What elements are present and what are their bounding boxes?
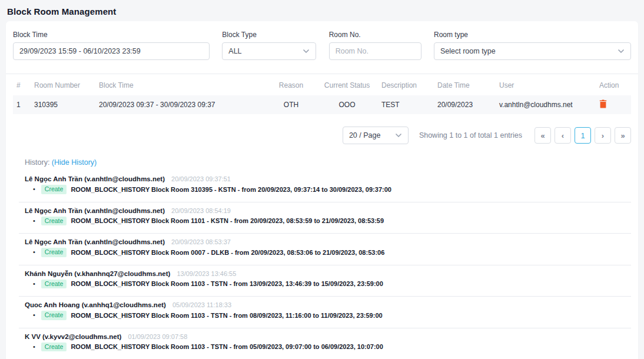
column-header-index: # xyxy=(13,74,31,95)
history-user-name: Lê Ngọc Anh Trần (v.anhtln@cloudhms.net) xyxy=(25,175,165,182)
page-title: Block Room Management xyxy=(0,0,644,21)
cell-room-number: 310395 xyxy=(31,95,95,114)
history-user-name: Lê Ngọc Anh Trần (v.anhtln@cloudhms.net) xyxy=(25,207,165,214)
page-size-value: 20 / Page xyxy=(349,131,381,139)
column-header-reason: Reason xyxy=(266,74,316,95)
create-badge: Create xyxy=(41,311,67,320)
previous-page-button[interactable]: ‹ xyxy=(555,127,571,144)
block-room-table: # Room Number Block Time Reason Current … xyxy=(13,74,631,114)
bullet-icon: • xyxy=(33,344,35,350)
history-timestamp: 20/09/2023 08:53:37 xyxy=(171,238,231,245)
history-user-name: Khánh Nguyễn (v.khanhnq27@cloudhms.net) xyxy=(25,270,170,277)
bullet-icon: • xyxy=(33,249,35,255)
bullet-icon: • xyxy=(33,186,35,192)
history-label: History: xyxy=(25,158,49,167)
block-type-label: Block Type xyxy=(222,31,316,39)
column-header-user: User xyxy=(496,74,596,95)
history-user-name: Quoc Anh Hoang (v.anhhq1@cloudhms.net) xyxy=(25,301,166,308)
history-entry: Lê Ngọc Anh Trần (v.anhtln@cloudhms.net)… xyxy=(19,202,631,234)
create-badge: Create xyxy=(41,280,67,289)
cell-block-time: 20/09/2023 09:37 - 30/09/2023 09:37 xyxy=(95,95,266,114)
pagination-summary: Showing 1 to 1 of total 1 entries xyxy=(419,131,522,139)
chevron-down-icon xyxy=(618,48,625,55)
history-timestamp: 20/09/2023 08:54:19 xyxy=(171,207,231,214)
history-timestamp: 01/09/2023 09:07:58 xyxy=(128,333,187,340)
column-header-date-time: Date Time xyxy=(434,74,496,95)
hide-history-link[interactable]: (Hide History) xyxy=(52,158,97,167)
trash-icon xyxy=(599,99,607,108)
history-message: ROOM_BLOCK_HISTORY Block Room 1103 - TST… xyxy=(71,343,383,350)
history-header: History: (Hide History) xyxy=(19,158,631,167)
room-type-select[interactable]: Select room type xyxy=(434,42,631,60)
history-message: ROOM_BLOCK_HISTORY Block Room 1101 - KST… xyxy=(71,217,384,224)
history-entry: Khánh Nguyễn (v.khanhnq27@cloudhms.net) … xyxy=(19,265,631,297)
bullet-icon: • xyxy=(33,218,35,224)
history-timestamp: 05/09/2023 11:18:33 xyxy=(172,301,231,308)
bullet-icon: • xyxy=(33,281,35,287)
room-type-value: Select room type xyxy=(440,47,496,55)
table-header-row: # Room Number Block Time Reason Current … xyxy=(13,74,631,95)
column-header-current-status: Current Status xyxy=(316,74,378,95)
cell-date-time: 20/09/2023 xyxy=(434,95,496,114)
create-badge: Create xyxy=(41,217,67,226)
block-type-value: ALL xyxy=(228,47,241,55)
room-no-input[interactable] xyxy=(329,42,421,60)
create-badge: Create xyxy=(41,248,67,257)
pagination-bar: 20 / Page Showing 1 to 1 of total 1 entr… xyxy=(13,127,631,144)
history-timestamp: 13/09/2023 13:46:55 xyxy=(177,270,236,277)
column-header-action: Action xyxy=(596,74,631,95)
create-badge: Create xyxy=(41,185,67,194)
cell-user: v.anhtln@cloudhms.net xyxy=(496,95,596,114)
column-header-block-time: Block Time xyxy=(95,74,266,95)
history-entry: Lê Ngọc Anh Trần (v.anhtln@cloudhms.net)… xyxy=(19,171,631,202)
bullet-icon: • xyxy=(33,312,35,318)
delete-row-button[interactable] xyxy=(599,99,607,108)
history-entry: Quoc Anh Hoang (v.anhhq1@cloudhms.net) 0… xyxy=(19,297,631,328)
room-type-label: Room type xyxy=(434,31,631,39)
history-entry: Lê Ngọc Anh Trần (v.anhtln@cloudhms.net)… xyxy=(19,234,631,265)
page-number-button[interactable]: 1 xyxy=(575,127,591,144)
content-card: Block Time Block Type ALL Room No. Room … xyxy=(6,21,638,359)
next-page-button[interactable]: › xyxy=(595,127,611,144)
history-entry: K VV (v.kyvv2@cloudhms.net) 01/09/2023 0… xyxy=(19,328,631,359)
block-room-table-section: # Room Number Block Time Reason Current … xyxy=(6,74,638,114)
history-section: History: (Hide History) Lê Ngọc Anh Trần… xyxy=(19,158,631,359)
block-time-label: Block Time xyxy=(13,31,210,39)
history-user-name: K VV (v.kyvv2@cloudhms.net) xyxy=(25,333,121,340)
chevron-down-icon xyxy=(303,48,310,55)
first-page-button[interactable]: « xyxy=(535,127,551,144)
history-message: ROOM_BLOCK_HISTORY Block Room 0007 - DLK… xyxy=(71,249,384,256)
block-type-select[interactable]: ALL xyxy=(222,42,316,60)
history-message: ROOM_BLOCK_HISTORY Block Room 1103 - TST… xyxy=(71,312,382,319)
history-timestamp: 20/09/2023 09:37:51 xyxy=(171,175,231,182)
column-header-description: Description xyxy=(378,74,434,95)
history-user-name: Lê Ngọc Anh Trần (v.anhtln@cloudhms.net) xyxy=(25,238,165,245)
filter-bar: Block Time Block Type ALL Room No. Room … xyxy=(6,21,638,74)
block-time-input[interactable] xyxy=(13,42,210,60)
table-row: 1 310395 20/09/2023 09:37 - 30/09/2023 0… xyxy=(13,95,631,114)
chevron-down-icon xyxy=(395,132,402,139)
cell-current-status: OOO xyxy=(316,95,378,114)
history-message: ROOM_BLOCK_HISTORY Block Room 310395 - K… xyxy=(71,186,391,193)
column-header-room-number: Room Number xyxy=(31,74,95,95)
page-size-select[interactable]: 20 / Page xyxy=(343,127,409,144)
cell-index: 1 xyxy=(13,95,31,114)
room-no-label: Room No. xyxy=(329,31,421,39)
cell-description: TEST xyxy=(378,95,434,114)
create-badge: Create xyxy=(41,343,67,352)
cell-reason: OTH xyxy=(266,95,316,114)
history-message: ROOM_BLOCK_HISTORY Block Room 1103 - TST… xyxy=(71,280,383,287)
last-page-button[interactable]: » xyxy=(615,127,631,144)
